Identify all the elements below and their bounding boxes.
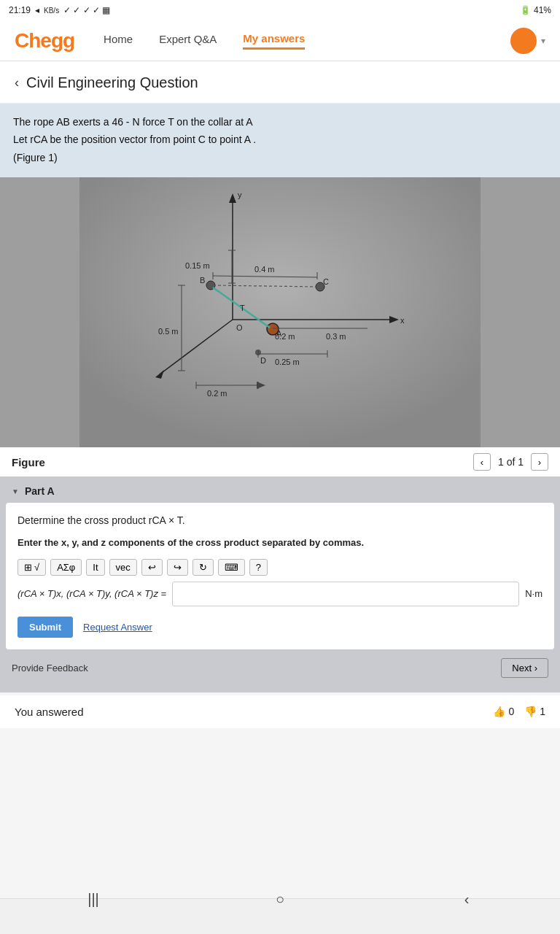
status-bar: 21:19 ◂ KB/s ✓ ✓ ✓ ✓ ▦ 🔋 41%	[0, 0, 560, 20]
question-line1: The rope AB exerts a 46 - N force T on t…	[13, 114, 547, 130]
redo-button[interactable]: ↪	[167, 559, 188, 576]
sqrt-icon: √	[34, 562, 39, 573]
thumbs-up[interactable]: 👍 0	[493, 706, 514, 717]
svg-text:T: T	[240, 304, 245, 312]
question-line2: Let rCA be the position vector from poin…	[13, 131, 547, 147]
page-title: Civil Engineering Question	[26, 74, 198, 91]
request-answer-button[interactable]: Request Answer	[83, 622, 152, 633]
part-a-card: ▼ Part A Determine the cross product rCA…	[0, 476, 560, 692]
bottom-nav: ||| ○ ‹	[0, 898, 560, 934]
figure-card: The rope AB exerts a 46 - N force T on t…	[0, 104, 560, 476]
figure-image-container: The rope AB exerts a 46 - N force T on t…	[0, 104, 560, 447]
figure-pagination: ‹ 1 of 1 ›	[473, 453, 548, 471]
feedback-bar: Provide Feedback Next ›	[0, 651, 560, 685]
thumbs-down-icon: 👎	[524, 706, 537, 717]
italic-button[interactable]: It	[86, 559, 104, 576]
figure-page-text: 1 of 1	[498, 456, 524, 468]
thumbs-down[interactable]: 👎 1	[524, 706, 545, 717]
help-button[interactable]: ?	[249, 559, 268, 576]
vote-area: 👍 0 👎 1	[493, 706, 545, 717]
signal-icon: ◂	[35, 5, 39, 15]
diagram-svg: y x O B C	[0, 177, 560, 447]
battery-icon: 🔋	[520, 5, 531, 15]
answer-row: (rCA × T)x, (rCA × T)y, (rCA × T)z = N·m	[18, 582, 542, 606]
part-a-inner: Determine the cross product rCA × T. Ent…	[6, 503, 554, 649]
avatar[interactable]	[510, 28, 537, 54]
nav-home[interactable]: Home	[104, 33, 133, 48]
y-axis-label: y	[238, 190, 242, 199]
status-time: 21:19	[9, 5, 31, 15]
you-answered-label: You answered	[15, 706, 84, 718]
svg-text:0.5 m: 0.5 m	[158, 327, 179, 336]
svg-text:0.25 m: 0.25 m	[275, 358, 300, 366]
thumbs-up-icon: 👍	[493, 706, 505, 717]
svg-text:O: O	[236, 323, 243, 332]
math-toolbar: ⊞ √ AΣφ It vec ↩ ↪ ↻ ⌨ ?	[18, 559, 542, 576]
matrix-icon: ⊞	[24, 562, 32, 573]
matrix-button[interactable]: ⊞ √	[18, 559, 46, 576]
nav-links: Home Expert Q&A My answers	[104, 32, 510, 50]
status-left: 21:19 ◂ KB/s ✓ ✓ ✓ ✓ ▦	[9, 5, 111, 15]
main-content: The rope AB exerts a 46 - N force T on t…	[0, 104, 560, 743]
next-button[interactable]: Next ›	[501, 658, 548, 678]
answer-label: (rCA × T)x, (rCA × T)y, (rCA × T)z =	[18, 588, 166, 599]
thumbs-up-count: 0	[508, 706, 514, 717]
part-a-question: Determine the cross product rCA × T.	[18, 513, 542, 528]
svg-text:0.4 m: 0.4 m	[254, 265, 275, 274]
diagram-area: y x O B C	[0, 177, 560, 447]
chegg-logo: Chegg	[15, 29, 74, 53]
undo-button[interactable]: ↩	[141, 559, 163, 576]
status-right: 🔋 41%	[520, 5, 551, 15]
thumbs-down-count: 1	[540, 706, 545, 717]
answer-input[interactable]	[172, 582, 519, 606]
svg-text:0.3 m: 0.3 m	[326, 332, 346, 341]
refresh-button[interactable]: ↻	[192, 559, 214, 576]
svg-text:0.15 m: 0.15 m	[185, 261, 210, 270]
submit-button[interactable]: Submit	[18, 617, 73, 638]
battery-level: 41%	[534, 5, 551, 15]
data-icon: KB/s	[44, 7, 59, 15]
you-answered-bar: You answered 👍 0 👎 1	[0, 695, 560, 728]
figure-prev-button[interactable]: ‹	[473, 453, 491, 471]
svg-text:D: D	[260, 356, 266, 365]
part-a-instruction: Enter the x, y, and z components of the …	[18, 536, 542, 550]
status-icons: ✓ ✓ ✓ ✓ ▦	[63, 5, 110, 15]
btn-row: Submit Request Answer	[18, 617, 542, 638]
nav-expert-qa[interactable]: Expert Q&A	[159, 33, 217, 48]
nav-my-answers[interactable]: My answers	[243, 32, 305, 50]
svg-text:B: B	[200, 276, 205, 285]
keyboard-button[interactable]: ⌨	[218, 559, 245, 576]
triangle-icon: ▼	[12, 487, 19, 495]
svg-rect-0	[79, 177, 481, 447]
page-header: ‹ Civil Engineering Question	[0, 61, 560, 104]
question-line3: (Figure 1)	[13, 150, 547, 166]
figure-label: Figure	[12, 456, 45, 468]
back-button[interactable]: ‹	[15, 75, 19, 90]
math-symbols-button[interactable]: AΣφ	[50, 559, 82, 576]
svg-text:x: x	[400, 316, 405, 325]
question-text-box: The rope AB exerts a 46 - N force T on t…	[0, 104, 560, 177]
svg-text:C: C	[323, 277, 329, 286]
svg-text:0.2 m: 0.2 m	[275, 332, 295, 341]
answer-unit: N·m	[525, 588, 542, 599]
part-a-header: ▼ Part A	[0, 476, 560, 503]
chevron-down-icon: ▾	[541, 36, 545, 46]
part-a-title: Part A	[25, 485, 55, 497]
navbar: Chegg Home Expert Q&A My answers ▾	[0, 20, 560, 61]
figure-nav-bar: Figure ‹ 1 of 1 ›	[0, 447, 560, 476]
vector-button[interactable]: vec	[109, 559, 137, 576]
svg-text:0.2 m: 0.2 m	[207, 389, 228, 398]
figure-next-button[interactable]: ›	[531, 453, 548, 471]
feedback-label[interactable]: Provide Feedback	[12, 663, 88, 674]
